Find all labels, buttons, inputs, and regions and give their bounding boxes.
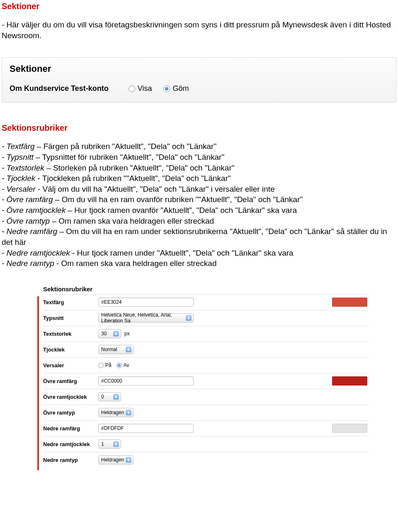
def-body: - Hur tjock ramen under "Aktuellt", "Del…	[70, 249, 294, 257]
chevron-down-icon	[126, 347, 131, 352]
input-textfarg[interactable]	[98, 298, 194, 307]
def-term: - Nedre ramtjocklek	[2, 249, 70, 257]
chevron-down-icon	[113, 441, 119, 447]
chevron-down-icon	[113, 331, 119, 337]
label-ovre-ramtjocklek: Övre ramtjocklek	[42, 394, 98, 400]
def-term: - Övre ramfärg	[2, 195, 53, 204]
select-value: Heldragen	[101, 410, 124, 415]
select-nedre-ramtyp[interactable]: Heldragen	[98, 455, 133, 464]
radio-versaler-on[interactable]: På	[98, 362, 112, 368]
input-ovre-ramfarg[interactable]	[98, 376, 194, 386]
def-body: – Typsnittet för rubriken "Aktuellt", "D…	[34, 153, 224, 161]
select-tjocklek[interactable]: Normal	[98, 345, 133, 354]
def-body: – Om du vill ha en ram ovanför rubriken …	[53, 195, 303, 204]
label-nedre-ramfarg: Nedre ramfärg	[42, 425, 98, 432]
radio-icon	[163, 85, 170, 92]
def-body: – Färgen på rubriken "Aktuellt", "Dela" …	[35, 142, 217, 151]
input-nedre-ramfarg[interactable]	[98, 424, 194, 433]
swatch-ovre-ramfarg[interactable]	[332, 376, 367, 386]
select-textstorlek[interactable]: 30	[98, 329, 121, 338]
section-title-sektioner: Sektioner	[2, 2, 398, 11]
def-term: - Textstorlek	[2, 164, 44, 172]
row-nedre-ramfarg: Nedre ramfärg	[42, 420, 369, 436]
radio-gom[interactable]: Göm	[163, 84, 189, 93]
row-textfarg: Textfärg	[42, 294, 369, 310]
def-body: – Om ramen ska vara heldragen eller stre…	[50, 217, 214, 225]
radio-icon	[129, 85, 135, 92]
row-tjocklek: Tjocklek Normal	[42, 342, 369, 357]
radio-label: Visa	[138, 84, 152, 93]
row-typsnitt: Typsnitt Helvetica Neue, Helvetica, Aria…	[42, 310, 369, 326]
row-versaler: Versaler På Av	[42, 357, 369, 373]
select-ovre-ramtyp[interactable]: Heldragen	[98, 408, 133, 417]
label-versaler: Versaler	[42, 362, 98, 368]
definition-list: - Textfärg – Färgen på rubriken "Aktuell…	[2, 141, 396, 269]
radio-versaler-off[interactable]: Av	[116, 362, 129, 368]
select-value: Helvetica Neue, Helvetica, Arial, Libera…	[101, 312, 186, 324]
panel-row-visibility: Om Kundservice Test-konto Visa Göm	[10, 84, 388, 93]
panel-title: Sektioner	[10, 63, 388, 74]
chevron-down-icon	[126, 457, 131, 463]
def-body: – Hur tjock ramen ovanför "Aktuellt", "D…	[66, 206, 297, 215]
select-ovre-ramtjocklek[interactable]: 0	[98, 392, 121, 401]
form-title: Sektionsrubriker	[42, 281, 369, 294]
row-ovre-ramfarg: Övre ramfärg	[42, 373, 369, 389]
select-typsnitt[interactable]: Helvetica Neue, Helvetica, Arial, Libera…	[98, 313, 194, 322]
label-tjocklek: Tjocklek	[42, 347, 98, 353]
select-value: 0	[101, 394, 104, 400]
label-textstorlek: Textstorlek	[42, 331, 98, 337]
label-typsnitt: Typsnitt	[42, 315, 98, 321]
sektioner-panel: Sektioner Om Kundservice Test-konto Visa…	[2, 57, 396, 102]
def-term: - Nedre ramfärg	[2, 227, 57, 236]
def-body: - Välj om du vill ha "Aktuellt", "Dela" …	[36, 185, 275, 193]
def-term: - Versaler	[2, 185, 36, 193]
def-body: – Storleken på rubriken "Aktuellt", "Del…	[44, 164, 235, 172]
label-textfarg: Textfärg	[42, 299, 98, 305]
def-term: - Textfärg	[2, 142, 35, 151]
label-ovre-ramfarg: Övre ramfärg	[42, 378, 98, 384]
def-term: - Tjocklek	[2, 174, 35, 183]
chevron-down-icon	[113, 394, 119, 400]
radio-icon	[116, 363, 122, 368]
chevron-down-icon	[126, 410, 131, 415]
section-title-sektionsrubriker: Sektionsrubriker	[2, 123, 398, 133]
def-body: - Tjockleken på rubriken ""Aktuellt", "D…	[35, 174, 231, 183]
radio-visa[interactable]: Visa	[129, 84, 152, 93]
panel-label-account: Om Kundservice Test-konto	[10, 84, 109, 93]
def-term: - Övre ramtjocklek	[2, 206, 66, 215]
chevron-down-icon	[186, 315, 192, 321]
def-body: - Om ramen ska vara heldragen eller stre…	[54, 259, 217, 268]
radio-label: Av	[124, 362, 129, 368]
row-ovre-ramtjocklek: Övre ramtjocklek 0	[42, 389, 369, 405]
select-value: Heldragen	[101, 457, 124, 463]
row-nedre-ramtjocklek: Nedre ramtjocklek 1	[42, 436, 369, 452]
label-ovre-ramtyp: Övre ramtyp	[42, 410, 98, 416]
swatch-textfarg[interactable]	[332, 298, 367, 307]
select-value: Normal	[101, 347, 117, 352]
swatch-nedre-ramfarg[interactable]	[332, 424, 367, 433]
select-nedre-ramtjocklek[interactable]: 1	[98, 439, 121, 449]
row-textstorlek: Textstorlek 30 px	[42, 326, 369, 342]
label-nedre-ramtjocklek: Nedre ramtjocklek	[42, 441, 98, 447]
sektionsrubriker-form: Sektionsrubriker Textfärg Typsnitt Helve…	[37, 281, 373, 470]
label-nedre-ramtyp: Nedre ramtyp	[42, 457, 98, 463]
def-term: - Typsnitt	[2, 153, 34, 161]
select-value: 30	[101, 331, 107, 337]
radio-icon	[98, 363, 104, 368]
row-nedre-ramtyp: Nedre ramtyp Heldragen	[42, 452, 369, 468]
unit-px: px	[124, 331, 130, 337]
radio-label: På	[105, 362, 112, 368]
radio-label: Göm	[172, 84, 189, 93]
def-term: - Nedre ramtyp	[2, 259, 54, 268]
row-ovre-ramtyp: Övre ramtyp Heldragen	[42, 405, 369, 420]
select-value: 1	[101, 441, 104, 447]
section-desc-sektioner: - Här väljer du om du vill visa företags…	[2, 20, 396, 41]
def-body: – Om du vill ha en ram under sektionsrub…	[2, 227, 387, 246]
def-term: - Övre ramtyp	[2, 217, 50, 225]
